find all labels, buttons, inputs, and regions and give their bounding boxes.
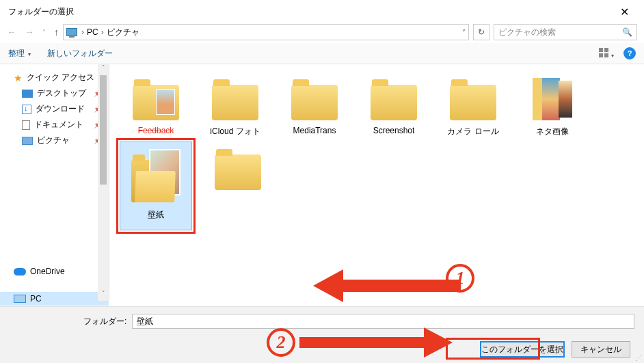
recent-dropdown[interactable]: ˅ bbox=[42, 29, 46, 36]
document-icon bbox=[22, 120, 30, 130]
folder-neta[interactable]: ネタ画像 bbox=[513, 74, 592, 142]
search-placeholder: ピクチャの検索 bbox=[498, 27, 622, 38]
search-input[interactable]: ピクチャの検索 🔍 bbox=[494, 24, 637, 40]
folder-screenshot[interactable]: Screenshot bbox=[354, 74, 433, 142]
annotation-arrow-2 bbox=[299, 327, 453, 358]
annotation-number-2: 2 bbox=[267, 328, 295, 357]
sidebar-scrollbar[interactable]: ˄ ˅ bbox=[98, 64, 109, 301]
chevron-down-icon: ▾ bbox=[28, 51, 31, 57]
scroll-up-icon[interactable]: ˄ bbox=[98, 64, 109, 75]
close-button[interactable]: ✕ bbox=[613, 5, 636, 18]
sidebar-onedrive[interactable]: OneDrive bbox=[0, 265, 109, 278]
chevron-right-icon: › bbox=[81, 27, 84, 37]
thumbnails-icon bbox=[599, 48, 610, 57]
folder-cameraroll[interactable]: カメラ ロール bbox=[433, 74, 513, 142]
folder-content: Feedback iCloud フォト MediaTrans Screensho… bbox=[109, 64, 644, 301]
annotation-box-2 bbox=[446, 338, 540, 360]
folder-icon bbox=[131, 148, 180, 202]
chevron-right-icon: › bbox=[101, 27, 104, 37]
back-button[interactable]: ← bbox=[7, 27, 16, 38]
sidebar-documents[interactable]: ドキュメント 📌 bbox=[0, 117, 109, 133]
pictures-icon bbox=[22, 137, 33, 145]
folder-name-input[interactable] bbox=[132, 314, 634, 329]
scroll-down-icon[interactable]: ˅ bbox=[98, 290, 109, 301]
folder-field-label: フォルダー: bbox=[83, 316, 126, 327]
sidebar-pc[interactable]: PC bbox=[0, 292, 109, 306]
pc-icon bbox=[66, 28, 77, 36]
star-icon: ★ bbox=[14, 72, 23, 83]
desktop-icon bbox=[22, 90, 33, 98]
breadcrumb-pc[interactable]: PC bbox=[87, 27, 98, 37]
organize-button[interactable]: 整理 ▾ bbox=[8, 48, 31, 59]
resize-grip-icon[interactable]: ⋰ bbox=[635, 354, 641, 362]
scroll-thumb[interactable] bbox=[100, 75, 107, 185]
address-bar[interactable]: › PC › ピクチャ ˅ bbox=[63, 24, 469, 40]
folder-icloud[interactable]: iCloud フォト bbox=[196, 74, 275, 142]
pc-icon bbox=[14, 295, 26, 303]
refresh-button[interactable]: ↻ bbox=[473, 24, 489, 40]
annotation-2: 2 bbox=[267, 327, 453, 358]
help-button[interactable]: ? bbox=[623, 47, 636, 59]
sidebar-quickaccess[interactable]: ★ クイック アクセス bbox=[0, 70, 109, 85]
folder-feedback[interactable]: Feedback bbox=[116, 74, 196, 142]
annotation-arrow-1 bbox=[313, 269, 461, 302]
forward-button[interactable]: → bbox=[25, 27, 34, 38]
sidebar: ★ クイック アクセス デスクトップ 📌 ダウンロード 📌 ドキュメント 📌 ピ… bbox=[0, 64, 109, 301]
download-icon bbox=[22, 105, 31, 114]
sidebar-pictures[interactable]: ピクチャ 📌 bbox=[0, 133, 109, 148]
new-folder-button[interactable]: 新しいフォルダー bbox=[47, 48, 113, 59]
cancel-button[interactable]: キャンセル bbox=[572, 341, 630, 358]
up-button[interactable]: ↑ bbox=[54, 27, 59, 38]
view-button[interactable]: ▾ bbox=[599, 48, 614, 59]
sidebar-downloads[interactable]: ダウンロード 📌 bbox=[0, 101, 109, 117]
folder-selected[interactable]: 壁紙 bbox=[120, 142, 192, 230]
cloud-icon bbox=[14, 268, 26, 275]
folder-mediatrans[interactable]: MediaTrans bbox=[275, 74, 354, 142]
folder-hidden[interactable] bbox=[198, 144, 278, 197]
dialog-title: フォルダーの選択 bbox=[8, 6, 74, 18]
chevron-down-icon: ▾ bbox=[611, 53, 614, 59]
sidebar-desktop[interactable]: デスクトップ 📌 bbox=[0, 85, 109, 101]
breadcrumb-pictures[interactable]: ピクチャ bbox=[107, 27, 139, 38]
address-dropdown-icon[interactable]: ˅ bbox=[462, 29, 466, 36]
search-icon: 🔍 bbox=[622, 27, 632, 37]
annotation-number-1: 1 bbox=[446, 264, 474, 293]
